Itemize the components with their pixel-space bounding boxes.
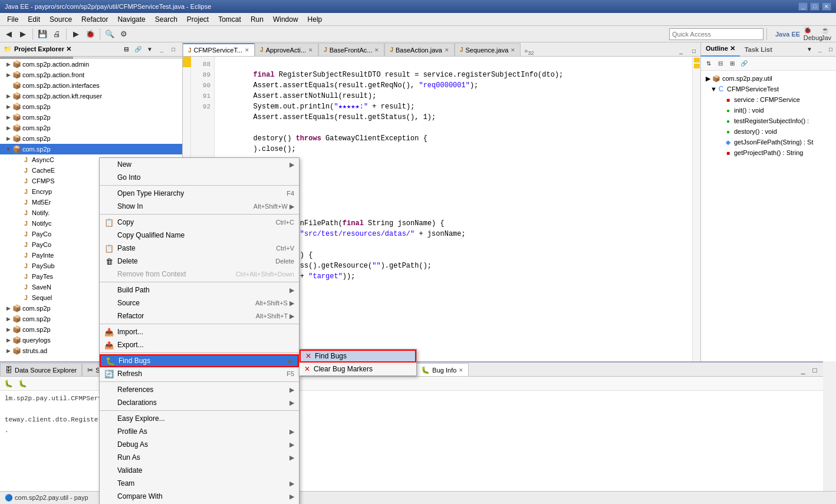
outline-item-getjson[interactable]: ◆ getJsonFilePath(String) : St [703,137,834,147]
tree-item-kft[interactable]: ▶ 📦 com.sp2p.action.kft.requser [0,91,182,101]
ctx-refactor[interactable]: Refactor Alt+Shift+T ▶ [100,309,299,322]
outline-item-service[interactable]: ■ service : CFMPService [703,94,834,105]
tab-cfmpservice[interactable]: J CFMPServiceT... ✕ [183,43,255,56]
tree-item-admin[interactable]: ▶ 📦 com.sp2p.action.admin [0,59,182,70]
perspective-java[interactable]: ☕ Jav [821,28,834,41]
ctx-copy[interactable]: 📋 Copy Ctrl+C [100,216,299,229]
tab-basefront[interactable]: J BaseFrontAc... ✕ [318,43,384,56]
submenu-clear-markers[interactable]: ✕ Clear Bug Markers [299,363,416,375]
bottom-minimize-button[interactable]: _ [797,364,809,376]
outline-link-button[interactable]: 🔗 [739,58,749,69]
window-controls[interactable]: _ □ ✕ [798,2,831,11]
tree-item-sp2p3[interactable]: ▶ 📦 com.sp2p [0,123,182,133]
outline-sort-button[interactable]: ⇅ [703,58,714,69]
tab-close[interactable]: ✕ [511,47,515,53]
outline-item-destory[interactable]: ● destory() : void [703,126,834,137]
ctx-export[interactable]: 📤 Export... [100,338,299,351]
tab-buginfo[interactable]: 🐛 Bug Info ✕ [416,363,469,376]
menu-search[interactable]: Search [150,14,182,25]
explorer-minimize-button[interactable]: _ [156,44,167,55]
outline-filter-button[interactable]: ⊟ [715,58,726,69]
toolbar-settings[interactable]: ⚙ [117,28,130,41]
ctx-paste[interactable]: 📋 Paste Ctrl+V [100,242,299,255]
ctx-find-bugs[interactable]: 🐛 Find Bugs ▶ [100,354,299,367]
minimize-button[interactable]: _ [798,2,808,11]
menu-navigate[interactable]: Navigate [113,14,150,25]
ctx-new[interactable]: New ▶ [100,158,299,171]
explorer-menu-button[interactable]: ▼ [144,44,155,55]
editor-minimize-button[interactable]: _ [676,45,686,56]
tab-close[interactable]: ✕ [374,47,379,53]
outline-item-init[interactable]: ● init() : void [703,105,834,116]
menu-tomcat[interactable]: Tomcat [213,14,246,25]
tab-datasource[interactable]: 🗄 Data Source Explorer [0,363,82,376]
tab-baseaction[interactable]: J BaseAction.java ✕ [384,43,454,56]
outline-item-testregister[interactable]: ● testRegisterSubjectInfo() : [703,116,834,126]
ctx-debug-as[interactable]: Debug As ▶ [100,438,299,451]
outline-tab[interactable]: Outline ✕ [701,42,740,57]
outline-item-pkg[interactable]: ▶ 📦 com.sp2p.pay.util [703,73,834,84]
bug-action-2[interactable]: 🐛 [17,378,28,390]
tab-overflow[interactable]: »32 [521,47,537,56]
explorer-maximize-button[interactable]: □ [168,44,179,55]
ctx-source[interactable]: Source Alt+Shift+S ▶ [100,297,299,309]
bug-action-1[interactable]: 🐛 [2,378,14,390]
editor-maximize-button[interactable]: □ [689,45,699,56]
toolbar-back[interactable]: ◀ [2,28,15,41]
tab-approve[interactable]: J ApproveActi... ✕ [255,43,318,56]
bottom-maximize-button[interactable]: □ [809,364,821,376]
outline-collapse-button[interactable]: ⊞ [727,58,738,69]
toolbar-debug[interactable]: 🐞 [84,28,97,41]
perspective-debug[interactable]: 🐞 Debug [807,28,819,41]
outline-minimize-button[interactable]: _ [815,44,825,55]
tab-close-buginfo[interactable]: ✕ [459,367,463,373]
toolbar-print[interactable]: 🖨 [50,28,63,41]
ctx-declarations[interactable]: Declarations ▶ [100,396,299,409]
ctx-build-path[interactable]: Build Path ▶ [100,284,299,297]
outline-item-class[interactable]: ▼ C CFMPServiceTest [703,84,834,94]
ctx-team[interactable]: Team ▶ [100,477,299,490]
menu-run[interactable]: Run [246,14,268,25]
ctx-refresh[interactable]: 🔄 Refresh F5 [100,367,299,380]
tab-close[interactable]: ✕ [245,47,249,53]
ctx-show-in[interactable]: Show In Alt+Shift+W ▶ [100,200,299,213]
menu-help[interactable]: Help [303,14,327,25]
tree-item-sp2p1[interactable]: ▶ 📦 com.sp2p [0,101,182,112]
ctx-open-hierarchy[interactable]: Open Type Hierarchy F4 [100,187,299,200]
menu-window[interactable]: Window [268,14,303,25]
task-list-tab[interactable]: Task List [740,42,777,57]
ctx-validate[interactable]: Validate [100,464,299,477]
menu-edit[interactable]: Edit [23,14,45,25]
menu-refactor[interactable]: Refactor [77,14,113,25]
close-button[interactable]: ✕ [822,2,831,11]
outline-menu-button[interactable]: ▼ [804,44,815,55]
ctx-profile-as[interactable]: Profile As ▶ [100,425,299,438]
toolbar-save[interactable]: 💾 [36,28,49,41]
outline-item-getproject[interactable]: ■ getProjectPath() : String [703,147,834,158]
ctx-import[interactable]: 📥 Import... [100,325,299,338]
ctx-easy-explore[interactable]: Easy Explore... [100,412,299,425]
ctx-copy-qualified[interactable]: Copy Qualified Name [100,229,299,242]
menu-file[interactable]: File [2,14,23,25]
ctx-run-as[interactable]: Run As ▶ [100,451,299,464]
toolbar-forward[interactable]: ▶ [17,28,29,41]
link-with-editor-button[interactable]: 🔗 [133,44,143,55]
ctx-references[interactable]: References ▶ [100,383,299,396]
tab-close[interactable]: ✕ [445,47,449,53]
quick-access-input[interactable] [669,28,763,40]
ctx-delete[interactable]: 🗑 Delete Delete [100,255,299,268]
tab-close[interactable]: ✕ [308,47,313,53]
ctx-remove-context[interactable]: Remove from Context Ctrl+Alt+Shift+Down [100,268,299,281]
menu-project[interactable]: Project [182,14,213,25]
outline-maximize-button[interactable]: □ [825,44,836,55]
ctx-compare-with[interactable]: Compare With ▶ [100,490,299,503]
toolbar-search[interactable]: 🔍 [103,28,116,41]
ctx-go-into[interactable]: Go Into [100,171,299,184]
tree-item-sp2p2[interactable]: ▶ 📦 com.sp2p [0,112,182,123]
tree-item-interfaces[interactable]: 📦 com.sp2p.action.interfaces [0,80,182,91]
tree-item-front[interactable]: ▶ 📦 com.sp2p.action.front [0,70,182,80]
toolbar-run[interactable]: ▶ [70,28,83,41]
submenu-find-bugs[interactable]: ✕ Find Bugs [299,350,416,363]
tree-item-sp2p4[interactable]: ▶ 📦 com.sp2p [0,133,182,144]
collapse-all-button[interactable]: ⊟ [121,44,131,55]
